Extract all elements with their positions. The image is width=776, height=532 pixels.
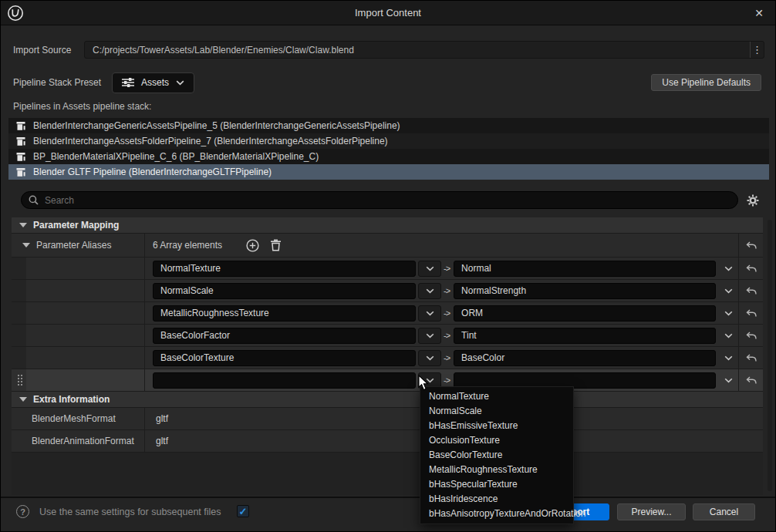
- alias-row-name-cell: [12, 258, 145, 279]
- add-element-icon[interactable]: [244, 237, 261, 254]
- dropdown-menu-item[interactable]: bHasSpecularTexture: [420, 477, 573, 492]
- reset-cell: [738, 280, 763, 301]
- reset-cell: [738, 234, 763, 257]
- alias-target-dropdown-button[interactable]: [721, 288, 735, 294]
- reset-to-default-icon[interactable]: [746, 287, 757, 295]
- pipeline-preset-dropdown[interactable]: Assets: [112, 72, 194, 93]
- dropdown-menu-item[interactable]: bHasAnisotropyTextureAndOrRotation: [420, 507, 573, 521]
- alias-target-input[interactable]: [454, 328, 716, 344]
- delete-all-elements-icon[interactable]: [267, 237, 284, 254]
- expander-arrow-icon[interactable]: [19, 397, 27, 402]
- alias-target-dropdown-button[interactable]: [721, 333, 735, 338]
- pipeline-preset-row: Pipeline Stack Preset Assets Use Pipelin…: [13, 72, 764, 93]
- pipeline-preset-label: Pipeline Stack Preset: [13, 77, 101, 88]
- extra-information-rows: BlenderMeshFormatgltfBlenderAnimationFor…: [12, 408, 763, 453]
- dropdown-menu-item[interactable]: NormalScale: [420, 404, 573, 419]
- alias-source-input[interactable]: [153, 328, 416, 344]
- alias-source-input[interactable]: [153, 350, 416, 366]
- alias-source-dropdown-button[interactable]: [418, 328, 441, 344]
- alias-target-dropdown-button[interactable]: [721, 266, 735, 271]
- drag-handle-icon[interactable]: [17, 374, 23, 387]
- close-icon[interactable]: ✕: [751, 5, 768, 21]
- pipeline-row[interactable]: BP_BlenderMaterialXPipeline_C_6 (BP_Blen…: [8, 149, 769, 164]
- dropdown-menu-item[interactable]: bHasIridescence: [420, 492, 573, 507]
- alias-source-dropdown-button[interactable]: [418, 261, 441, 277]
- extra-information-row: BlenderAnimationFormatgltf: [12, 430, 763, 453]
- row-indent: [12, 258, 26, 279]
- dropdown-menu-item[interactable]: BaseColorTexture: [420, 448, 573, 463]
- info-label: BlenderAnimationFormat: [32, 436, 134, 446]
- alias-source-input[interactable]: [153, 283, 416, 299]
- mapping-arrow: ->: [444, 331, 450, 340]
- alias-row-value-cell: ->: [145, 347, 738, 369]
- alias-target-input[interactable]: [454, 305, 716, 322]
- alias-row-name-cell: [12, 280, 145, 301]
- scrollbar[interactable]: [768, 220, 772, 491]
- pipeline-name: BlenderInterchangeAssetsFolderPipeline_7…: [33, 136, 388, 146]
- checkmark-icon: ✓: [239, 506, 248, 517]
- reset-to-default-icon[interactable]: [746, 309, 757, 318]
- pipeline-row[interactable]: Blender GLTF Pipeline (BlenderInterchang…: [8, 164, 769, 180]
- info-value: gltf: [156, 436, 168, 446]
- reset-to-default-icon[interactable]: [746, 241, 757, 250]
- sliders-icon: [122, 77, 134, 88]
- pipeline-row[interactable]: BlenderInterchangeAssetsFolderPipeline_7…: [8, 133, 769, 149]
- alias-source-dropdown-button[interactable]: [418, 350, 441, 366]
- cancel-button[interactable]: Cancel: [693, 503, 755, 520]
- alias-row-value-cell: ->: [145, 280, 738, 301]
- pipeline-asset-icon: [16, 121, 26, 131]
- preview-button[interactable]: Preview...: [617, 503, 686, 520]
- details-panel: Parameter Mapping Parameter Aliases 6 Ar…: [12, 217, 763, 495]
- same-settings-checkbox[interactable]: ✓: [237, 505, 249, 517]
- extra-information-header[interactable]: Extra Information: [12, 392, 763, 408]
- reset-to-default-icon[interactable]: [746, 264, 757, 273]
- use-pipeline-defaults-button[interactable]: Use Pipeline Defaults: [651, 74, 761, 91]
- parameter-aliases-row: Parameter Aliases 6 Array elements: [12, 234, 763, 258]
- dropdown-menu-item[interactable]: OcclusionTexture: [420, 433, 573, 448]
- info-value: gltf: [156, 413, 168, 424]
- reset-to-default-icon[interactable]: [746, 332, 757, 340]
- pipeline-preset-value: Assets: [141, 77, 169, 88]
- pipeline-asset-icon: [16, 152, 26, 162]
- alias-target-dropdown-button[interactable]: [721, 355, 735, 361]
- extra-information-title: Extra Information: [33, 394, 110, 405]
- search-input[interactable]: [39, 195, 737, 206]
- gear-icon[interactable]: [744, 192, 761, 209]
- parameter-aliases-label: Parameter Aliases: [36, 240, 111, 251]
- dropdown-menu-item[interactable]: NormalTexture: [420, 389, 573, 404]
- unreal-logo-icon: [7, 5, 24, 22]
- reset-to-default-icon[interactable]: [746, 354, 757, 362]
- alias-source-dropdown-button[interactable]: [418, 283, 441, 299]
- import-source-row: Import Source ⋮: [13, 41, 764, 59]
- expander-arrow-icon[interactable]: [22, 243, 30, 247]
- alias-source-input[interactable]: [153, 305, 416, 322]
- alias-target-dropdown-button[interactable]: [721, 311, 735, 316]
- alias-source-dropdown-button[interactable]: [418, 305, 441, 322]
- alias-source-input[interactable]: [153, 372, 416, 389]
- extra-information-row: BlenderMeshFormatgltf: [12, 408, 763, 430]
- parameter-alias-row: ->: [12, 325, 763, 347]
- dropdown-menu-item[interactable]: bHasEmissiveTexture: [420, 419, 573, 433]
- alias-row-value-cell: ->: [145, 325, 738, 346]
- parameter-alias-row: ->: [12, 280, 763, 302]
- search-icon: [29, 195, 39, 205]
- pipeline-stack-label: Pipelines in Assets pipeline stack:: [13, 101, 151, 112]
- reset-cell: [738, 325, 763, 346]
- alias-target-dropdown-button[interactable]: [721, 378, 735, 383]
- alias-target-input[interactable]: [454, 283, 716, 299]
- expander-arrow-icon[interactable]: [19, 223, 27, 227]
- import-source-input[interactable]: [85, 45, 750, 56]
- browse-ellipsis-icon[interactable]: ⋮: [750, 42, 764, 58]
- alias-row-name-cell: [12, 302, 145, 324]
- pipeline-list: BlenderInterchangeGenericAssetsPipeline_…: [8, 118, 769, 180]
- alias-source-input[interactable]: [153, 261, 416, 277]
- mapping-arrow: ->: [444, 264, 450, 273]
- array-elements-count: 6 Array elements: [153, 240, 238, 251]
- reset-to-default-icon[interactable]: [746, 376, 757, 385]
- alias-target-input[interactable]: [454, 350, 716, 366]
- pipeline-name: Blender GLTF Pipeline (BlenderInterchang…: [33, 167, 272, 177]
- pipeline-row[interactable]: BlenderInterchangeGenericAssetsPipeline_…: [8, 118, 769, 133]
- dropdown-menu-item[interactable]: MetallicRoughnessTexture: [420, 463, 573, 477]
- parameter-mapping-header[interactable]: Parameter Mapping: [12, 217, 763, 234]
- alias-target-input[interactable]: [454, 261, 716, 277]
